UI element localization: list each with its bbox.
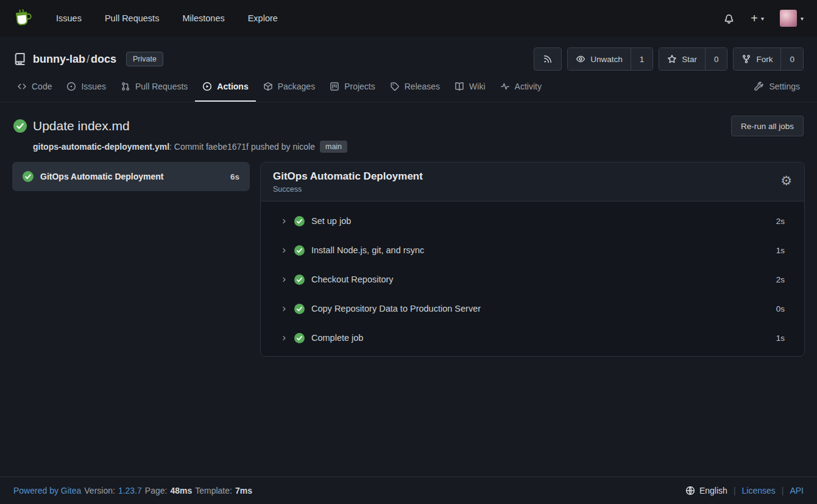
tab-actions[interactable]: Actions bbox=[195, 72, 255, 102]
footer-left: Powered by Gitea Version: 1.23.7 Page: 4… bbox=[13, 486, 252, 495]
tab-code[interactable]: Code bbox=[10, 72, 59, 102]
chevron-down-icon: ▾ bbox=[801, 15, 804, 22]
tab-issues[interactable]: Issues bbox=[59, 72, 113, 102]
star-button[interactable]: Star bbox=[659, 48, 705, 70]
step-row[interactable]: Copy Repository Data to Production Serve… bbox=[261, 294, 804, 323]
job-list-sidebar: GitOps Automatic Deployment 6s bbox=[12, 162, 250, 191]
step-duration: 1s bbox=[776, 334, 785, 343]
globe-icon bbox=[685, 486, 695, 495]
footer-divider: | bbox=[734, 486, 736, 495]
tag-icon bbox=[390, 82, 400, 91]
fork-icon bbox=[741, 54, 751, 64]
version-label: Version: bbox=[84, 486, 115, 495]
success-check-icon bbox=[294, 304, 305, 314]
template-time-label: Template: bbox=[195, 486, 232, 495]
repo-action-buttons: Unwatch 1 Star 0 bbox=[534, 47, 804, 71]
app: Issues Pull Requests Milestones Explore … bbox=[0, 0, 817, 504]
star-button-group: Star 0 bbox=[659, 47, 727, 71]
page-time-value: 48ms bbox=[170, 486, 192, 495]
tab-activity[interactable]: Activity bbox=[493, 72, 549, 102]
rss-button[interactable] bbox=[534, 47, 562, 71]
job-detail-panel: GitOps Automatic Deployment Success ⚙ Se… bbox=[260, 162, 805, 357]
fork-button[interactable]: Fork bbox=[734, 48, 780, 70]
tab-projects[interactable]: Projects bbox=[322, 72, 383, 102]
repo-tabs: Code Issues Pull Requests Actions Packag… bbox=[0, 72, 817, 102]
chevron-right-icon bbox=[280, 247, 288, 254]
project-icon bbox=[330, 82, 339, 91]
success-check-icon bbox=[13, 119, 27, 133]
step-name: Install Node.js, git, and rsync bbox=[311, 245, 770, 255]
rss-icon bbox=[543, 54, 553, 64]
step-row[interactable]: Install Node.js, git, and rsync 1s bbox=[261, 236, 804, 265]
top-navbar-right: + ▾ ▾ bbox=[723, 10, 804, 27]
step-name: Copy Repository Data to Production Serve… bbox=[311, 304, 770, 313]
step-duration: 2s bbox=[776, 217, 785, 226]
forks-count[interactable]: 0 bbox=[780, 48, 803, 70]
visibility-badge: Private bbox=[126, 52, 163, 66]
step-name: Complete job bbox=[311, 333, 770, 343]
run-body: GitOps Automatic Deployment 6s GitOps Au… bbox=[0, 162, 817, 357]
step-row[interactable]: Checkout Repository 2s bbox=[261, 265, 804, 294]
step-row[interactable]: Complete job 1s bbox=[261, 323, 804, 352]
nav-item-issues[interactable]: Issues bbox=[56, 13, 82, 23]
language-selector[interactable]: English bbox=[685, 486, 727, 495]
chevron-right-icon bbox=[280, 217, 288, 225]
tab-pull-requests[interactable]: Pull Requests bbox=[113, 72, 195, 102]
step-row[interactable]: Set up job 2s bbox=[261, 206, 804, 236]
rerun-all-jobs-button[interactable]: Re-run all jobs bbox=[731, 116, 804, 136]
create-new-dropdown[interactable]: + ▾ bbox=[751, 12, 764, 24]
licenses-link[interactable]: Licenses bbox=[742, 486, 776, 495]
unwatch-button[interactable]: Unwatch bbox=[568, 48, 631, 70]
version-link[interactable]: 1.23.7 bbox=[118, 486, 142, 495]
avatar bbox=[780, 10, 797, 27]
repo-breadcrumb: bunny-lab/docs bbox=[33, 53, 116, 66]
pulse-icon bbox=[500, 82, 510, 91]
nav-item-milestones[interactable]: Milestones bbox=[182, 13, 224, 23]
notifications-button[interactable] bbox=[723, 13, 735, 24]
api-link[interactable]: API bbox=[790, 486, 804, 495]
nav-item-pull-requests[interactable]: Pull Requests bbox=[105, 13, 159, 23]
repo-name-link[interactable]: docs bbox=[91, 53, 116, 65]
job-name: GitOps Automatic Deployment bbox=[40, 172, 224, 181]
step-duration: 2s bbox=[776, 275, 785, 284]
code-icon bbox=[17, 82, 27, 91]
stars-count[interactable]: 0 bbox=[705, 48, 727, 70]
tab-settings[interactable]: Settings bbox=[747, 72, 807, 102]
run-title: Update index.md bbox=[33, 119, 130, 133]
top-navbar: Issues Pull Requests Milestones Explore … bbox=[0, 0, 817, 37]
workflow-file-name: gitops-automatic-deployment.yml bbox=[33, 142, 169, 152]
wrench-icon bbox=[754, 82, 764, 91]
job-panel-title-block: GitOps Automatic Deployment Success bbox=[273, 170, 423, 194]
success-check-icon bbox=[294, 275, 305, 285]
tab-packages[interactable]: Packages bbox=[256, 72, 322, 102]
footer: Powered by Gitea Version: 1.23.7 Page: 4… bbox=[0, 477, 817, 504]
success-check-icon bbox=[294, 216, 305, 226]
repo-title-row: bunny-lab/docs Private Un bbox=[0, 46, 817, 72]
step-name: Checkout Repository bbox=[311, 275, 770, 284]
step-duration: 0s bbox=[776, 304, 785, 313]
job-panel-header: GitOps Automatic Deployment Success ⚙ bbox=[261, 163, 804, 201]
tab-releases[interactable]: Releases bbox=[383, 72, 447, 102]
repo-separator: / bbox=[87, 53, 90, 65]
watchers-count[interactable]: 1 bbox=[631, 48, 653, 70]
gitea-logo[interactable] bbox=[13, 8, 34, 28]
pull-request-icon bbox=[121, 82, 130, 91]
nav-item-explore[interactable]: Explore bbox=[248, 13, 278, 23]
footer-right: English | Licenses | API bbox=[685, 486, 804, 495]
job-duration: 6s bbox=[230, 172, 239, 181]
success-check-icon bbox=[294, 333, 305, 343]
powered-by-gitea-link[interactable]: Powered by Gitea bbox=[13, 486, 81, 495]
play-circle-icon bbox=[202, 82, 212, 91]
tab-wiki[interactable]: Wiki bbox=[447, 72, 492, 102]
user-menu-dropdown[interactable]: ▾ bbox=[780, 10, 804, 27]
star-icon bbox=[667, 54, 677, 64]
repo-owner-link[interactable]: bunny-lab bbox=[33, 53, 85, 65]
chevron-right-icon bbox=[280, 305, 288, 313]
log-settings-button[interactable]: ⚙ bbox=[780, 174, 792, 187]
branch-badge[interactable]: main bbox=[320, 141, 347, 153]
success-check-icon bbox=[23, 171, 34, 182]
job-item-selected[interactable]: GitOps Automatic Deployment 6s bbox=[12, 162, 250, 191]
chevron-down-icon: ▾ bbox=[761, 15, 764, 22]
repo-icon bbox=[13, 52, 27, 66]
main-content: Update index.md Re-run all jobs gitops-a… bbox=[0, 102, 817, 477]
